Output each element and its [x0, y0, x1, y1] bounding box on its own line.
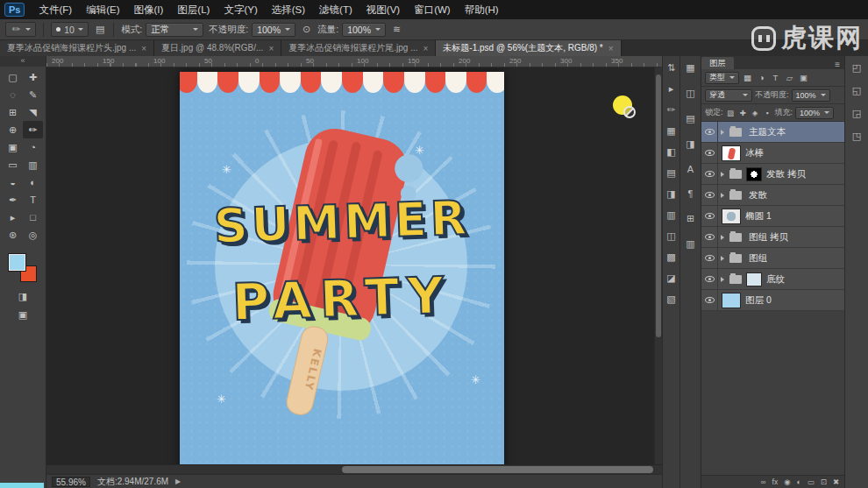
- collapsed-panel-icon[interactable]: ◧: [666, 146, 675, 158]
- collapsed-panel-icon[interactable]: ◪: [666, 272, 675, 284]
- zoom-tool[interactable]: ◎: [23, 226, 43, 244]
- visibility-eye-icon[interactable]: [701, 290, 718, 311]
- add-layer-mask-icon[interactable]: ◉: [784, 477, 790, 486]
- properties-panel-icon[interactable]: ◨: [686, 138, 694, 150]
- info-panel-icon[interactable]: ▤: [686, 113, 694, 124]
- collapsed-panel-icon[interactable]: ▩: [666, 251, 675, 263]
- layer-name[interactable]: 发散: [749, 189, 767, 202]
- layer-thumbnail[interactable]: [722, 293, 741, 308]
- layer-thumbnail[interactable]: [746, 272, 762, 286]
- gradient-tool[interactable]: ▥: [23, 156, 43, 173]
- quick-selection-tool[interactable]: ✎: [23, 86, 43, 103]
- layer-name[interactable]: 图层 0: [745, 294, 772, 307]
- foreground-color-swatch[interactable]: [9, 254, 25, 271]
- pen-pressure-opacity-icon[interactable]: ⊙: [301, 24, 312, 35]
- blur-tool[interactable]: ◒: [3, 173, 23, 191]
- visibility-eye-icon[interactable]: [701, 143, 718, 164]
- link-layers-icon[interactable]: ∞: [760, 477, 765, 486]
- lock-transparency-icon[interactable]: ▨: [726, 109, 736, 117]
- styles-panel-icon[interactable]: ▥: [686, 238, 694, 250]
- document-tab-1[interactable]: 夏季冰品促销海报课程片头.jpg ... ×: [0, 40, 154, 56]
- brush-tool[interactable]: ✏: [23, 121, 43, 138]
- rectangle-tool[interactable]: □: [23, 209, 43, 226]
- menu-item-view[interactable]: 视图(V): [359, 0, 407, 19]
- paragraph-panel-icon[interactable]: ¶: [688, 188, 694, 199]
- clone-stamp-tool[interactable]: ▣: [3, 138, 23, 156]
- filter-shape-layers-icon[interactable]: ▱: [784, 73, 795, 82]
- character-panel-icon[interactable]: A: [687, 164, 694, 174]
- collapsed-panel-icon[interactable]: ✏: [667, 104, 675, 116]
- pen-tool[interactable]: ✒: [3, 191, 23, 209]
- tab-close-icon[interactable]: ×: [268, 44, 274, 53]
- tool-preset-picker[interactable]: ✏: [5, 22, 36, 37]
- visibility-eye-icon[interactable]: [701, 206, 718, 227]
- horizontal-scrollbar-thumb[interactable]: [342, 466, 653, 473]
- collapsed-panel-icon[interactable]: ⇅: [667, 62, 675, 74]
- eraser-tool[interactable]: ▭: [3, 156, 23, 173]
- menu-item-help[interactable]: 帮助(H): [458, 0, 506, 19]
- collapsed-panel-icon[interactable]: ▤: [666, 167, 675, 179]
- toolbar-collapse-button[interactable]: «: [0, 56, 46, 67]
- document-tab-4-active[interactable]: 未标题-1.psd @ 56%(主题文本, RGB/8) * ×: [436, 40, 621, 56]
- airbrush-icon[interactable]: ≋: [391, 24, 402, 35]
- visibility-eye-icon[interactable]: [701, 164, 718, 185]
- layer-mask-thumbnail[interactable]: [746, 167, 762, 181]
- layer-filter-type-select[interactable]: 类型: [705, 72, 739, 84]
- dodge-tool[interactable]: ◐: [23, 173, 43, 191]
- lock-all-icon[interactable]: ▪: [763, 109, 772, 117]
- layer-row[interactable]: 图组: [701, 248, 844, 269]
- navigator-panel-icon[interactable]: ◫: [686, 88, 694, 99]
- visibility-eye-icon[interactable]: [701, 227, 718, 248]
- layer-row[interactable]: 冰棒: [701, 143, 844, 164]
- collapsed-panel-icon[interactable]: ▧: [666, 294, 675, 305]
- vertical-scrollbar[interactable]: [654, 67, 662, 464]
- collapsed-panel-icon[interactable]: ◫: [666, 230, 675, 242]
- layer-thumbnail[interactable]: [722, 209, 741, 224]
- collapsed-panel-icon[interactable]: ▦: [666, 125, 675, 137]
- brush-preset-picker[interactable]: 10: [51, 22, 89, 37]
- rectangular-marquee-tool[interactable]: ▢: [3, 68, 23, 86]
- visibility-eye-icon[interactable]: [701, 248, 718, 269]
- layer-row[interactable]: 图层 0: [701, 290, 844, 311]
- menu-item-type[interactable]: 文字(Y): [217, 0, 264, 19]
- layer-row[interactable]: 椭圆 1: [701, 206, 844, 227]
- document-tab-3[interactable]: 夏季冰品促销海报课程片尾.jpg ... ×: [281, 40, 436, 56]
- vertical-scrollbar-thumb[interactable]: [656, 74, 661, 337]
- collapsed-panel-icon[interactable]: ▥: [666, 209, 675, 221]
- opacity-select[interactable]: 100%: [252, 23, 295, 37]
- filter-adjustment-layers-icon[interactable]: ◑: [756, 73, 767, 82]
- new-group-icon[interactable]: ▭: [808, 477, 815, 486]
- screen-mode-button[interactable]: ▣: [18, 309, 27, 321]
- tab-close-icon[interactable]: ×: [608, 44, 614, 53]
- lasso-tool[interactable]: ◌: [3, 86, 23, 103]
- menu-item-edit[interactable]: 编辑(E): [79, 0, 126, 19]
- layer-name[interactable]: 发散 拷贝: [766, 168, 806, 180]
- layer-row[interactable]: 发散 拷贝: [701, 164, 844, 185]
- filter-pixel-layers-icon[interactable]: ▦: [742, 73, 753, 82]
- adjustment-layer-icon[interactable]: ◐: [797, 477, 801, 486]
- layers-panel-tab[interactable]: 图层: [701, 57, 734, 69]
- status-flyout-arrow[interactable]: ▶: [175, 477, 181, 485]
- layer-blend-mode-select[interactable]: 穿透: [705, 89, 752, 102]
- move-tool[interactable]: ✚: [23, 68, 43, 86]
- expand-arrow-icon[interactable]: [721, 256, 724, 261]
- expand-arrow-icon[interactable]: [721, 277, 724, 282]
- delete-layer-icon[interactable]: ✖: [833, 477, 839, 486]
- histogram-panel-icon[interactable]: ▦: [686, 62, 694, 74]
- filter-type-layers-icon[interactable]: T: [770, 73, 781, 82]
- eyedropper-tool[interactable]: ◥: [23, 103, 43, 121]
- flow-select[interactable]: 100%: [342, 23, 386, 37]
- lock-pixels-icon[interactable]: ✚: [738, 109, 748, 117]
- layer-row[interactable]: 底纹: [701, 269, 844, 290]
- visibility-eye-icon[interactable]: [701, 122, 718, 143]
- expand-arrow-icon[interactable]: [721, 172, 724, 177]
- filter-smart-objects-icon[interactable]: ▣: [798, 73, 809, 82]
- crop-tool[interactable]: ⊞: [3, 103, 23, 121]
- zoom-level-field[interactable]: 55.96%: [52, 477, 90, 487]
- collapsed-panel-icon[interactable]: ◰: [852, 62, 861, 74]
- layer-name[interactable]: 椭圆 1: [745, 210, 772, 223]
- layer-row[interactable]: 图组 拷贝: [701, 227, 844, 248]
- layer-name[interactable]: 图组 拷贝: [749, 231, 788, 244]
- history-brush-tool[interactable]: ◔: [23, 138, 43, 156]
- expand-arrow-icon[interactable]: [721, 193, 724, 198]
